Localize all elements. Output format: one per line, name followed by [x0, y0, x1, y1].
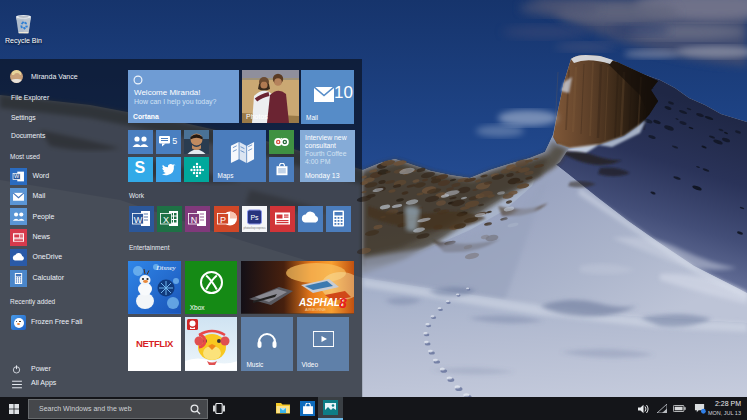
svg-text:8: 8 [339, 295, 347, 311]
svg-text:Photos: Photos [246, 113, 268, 120]
svg-text:Ps: Ps [250, 214, 259, 221]
svg-text:AIRBORNE: AIRBORNE [305, 307, 326, 312]
svg-text:X: X [163, 215, 169, 225]
svg-text:W: W [14, 173, 20, 179]
svg-text:photoshop express: photoshop express [243, 226, 266, 230]
svg-text:P: P [220, 215, 226, 225]
svg-text:Disney: Disney [155, 264, 176, 272]
svg-text:N: N [191, 215, 198, 225]
svg-text:W: W [134, 215, 143, 225]
